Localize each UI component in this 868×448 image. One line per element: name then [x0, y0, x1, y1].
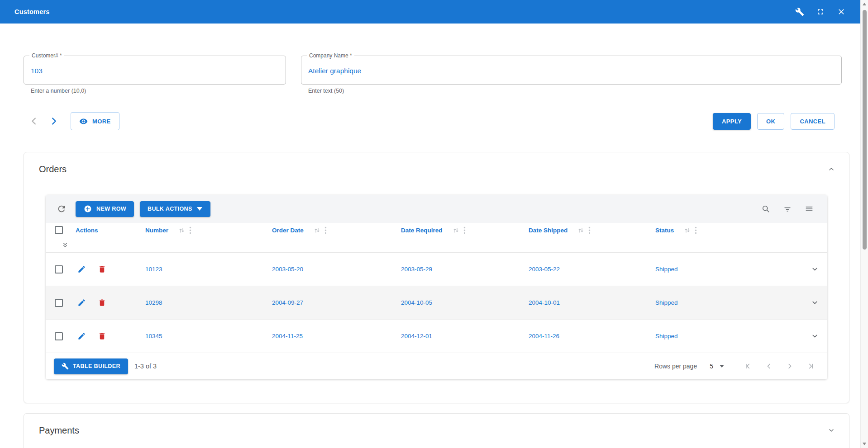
delete-icon[interactable] — [96, 297, 108, 309]
scrollbar-up-icon[interactable] — [863, 3, 866, 5]
cell-order-date[interactable]: 2004-11-25 — [272, 333, 401, 340]
column-header-number[interactable]: Number — [145, 226, 272, 234]
sort-icon[interactable] — [577, 227, 584, 234]
more-button-label: MORE — [92, 118, 111, 125]
apply-button[interactable]: APPLY — [713, 113, 751, 130]
cell-number[interactable]: 10345 — [145, 333, 272, 340]
column-menu-icon[interactable] — [189, 226, 191, 234]
fullscreen-icon[interactable] — [815, 6, 826, 17]
cell-date-required[interactable]: 2004-10-05 — [401, 299, 529, 306]
filter-icon[interactable] — [781, 203, 794, 215]
app-bar: Customers — [0, 0, 860, 24]
row-expand-icon[interactable] — [802, 299, 827, 307]
scrollbar-thumb[interactable] — [863, 10, 867, 250]
row-checkbox[interactable] — [55, 332, 63, 340]
column-header-order-date[interactable]: Order Date — [272, 226, 401, 234]
cell-date-required[interactable]: 2004-12-01 — [401, 333, 529, 340]
company-name-label: Company Name * — [307, 52, 354, 59]
column-menu-icon[interactable] — [695, 226, 697, 234]
cell-status[interactable]: Shipped — [655, 333, 802, 340]
customer-number-field[interactable]: Customer# * 103 Enter a number (10,0) — [24, 56, 286, 85]
row-checkbox[interactable] — [55, 265, 63, 274]
page-title: Customers — [14, 8, 50, 15]
window: Customers Customer# * 103 Enter a number… — [0, 0, 868, 448]
tools-icon[interactable] — [794, 6, 805, 17]
more-button[interactable]: MORE — [71, 112, 119, 130]
orders-table-toolbar: NEW ROW BULK ACTIONS — [46, 195, 827, 223]
payments-expand-button[interactable] — [825, 424, 837, 436]
orders-table-header: Actions Number Order Date — [46, 223, 827, 253]
column-menu-icon[interactable] — [588, 226, 591, 234]
row-expand-icon[interactable] — [802, 265, 827, 273]
select-all-checkbox[interactable] — [55, 226, 63, 234]
close-icon[interactable] — [836, 6, 847, 17]
scrollbar-down-icon[interactable] — [863, 443, 866, 445]
rows-per-page-value[interactable]: 5 — [710, 363, 713, 370]
orders-collapse-button[interactable] — [825, 163, 837, 175]
previous-page-icon[interactable] — [764, 361, 774, 371]
row-expand-icon[interactable] — [802, 332, 827, 340]
cancel-button[interactable]: CANCEL — [791, 113, 835, 130]
cell-number[interactable]: 10123 — [145, 266, 272, 273]
edit-icon[interactable] — [76, 330, 88, 342]
column-header-date-shipped[interactable]: Date Shipped — [529, 226, 655, 234]
next-record-button[interactable] — [47, 114, 61, 128]
cell-status[interactable]: Shipped — [655, 266, 802, 273]
new-row-button-label: NEW ROW — [96, 206, 126, 212]
dropdown-triangle-icon — [196, 207, 203, 211]
cell-date-shipped[interactable]: 2004-10-01 — [529, 299, 655, 306]
edit-icon[interactable] — [76, 297, 88, 309]
sort-icon[interactable] — [178, 227, 185, 234]
cell-number[interactable]: 10298 — [145, 299, 272, 306]
expand-all-icon[interactable] — [55, 241, 76, 249]
edit-icon[interactable] — [76, 263, 88, 275]
cell-date-shipped[interactable]: 2004-11-26 — [529, 333, 655, 340]
new-row-button[interactable]: NEW ROW — [76, 201, 134, 217]
cell-status[interactable]: Shipped — [655, 299, 802, 306]
column-header-actions: Actions — [76, 227, 145, 234]
payments-section: Payments — [24, 413, 849, 448]
sort-icon[interactable] — [684, 227, 691, 234]
vertical-scrollbar[interactable] — [860, 0, 868, 448]
first-page-icon[interactable] — [743, 361, 753, 371]
add-circle-icon — [83, 204, 92, 213]
sort-icon[interactable] — [314, 227, 320, 234]
orders-section-title: Orders — [39, 164, 849, 174]
table-row[interactable]: 10123 2003-05-20 2003-05-29 2003-05-22 S… — [46, 253, 827, 286]
cell-date-required[interactable]: 2003-05-29 — [401, 266, 529, 273]
record-form: Customer# * 103 Enter a number (10,0) Co… — [24, 56, 849, 85]
table-builder-button[interactable]: TABLE BUILDER — [54, 358, 128, 374]
pagination-range: 1-3 of 3 — [134, 363, 157, 370]
company-name-field[interactable]: Company Name * Atelier graphique Enter t… — [301, 56, 842, 85]
column-header-date-required[interactable]: Date Required — [401, 226, 529, 234]
cell-order-date[interactable]: 2003-05-20 — [272, 266, 401, 273]
cell-date-shipped[interactable]: 2003-05-22 — [529, 266, 655, 273]
ok-button[interactable]: OK — [757, 113, 784, 130]
menu-icon[interactable] — [803, 203, 816, 215]
column-menu-icon[interactable] — [463, 226, 466, 234]
customer-number-helper: Enter a number (10,0) — [31, 88, 86, 94]
orders-section: Orders NEW ROW BU — [24, 152, 849, 403]
company-name-value[interactable]: Atelier graphique — [301, 56, 841, 75]
cell-order-date[interactable]: 2004-09-27 — [272, 299, 401, 306]
column-menu-icon[interactable] — [324, 226, 327, 234]
rows-per-page-dropdown-icon[interactable] — [720, 365, 724, 368]
sort-icon[interactable] — [453, 227, 459, 234]
table-row[interactable]: 10345 2004-11-25 2004-12-01 2004-11-26 S… — [46, 320, 827, 353]
refresh-icon[interactable] — [55, 202, 68, 216]
delete-icon[interactable] — [96, 263, 108, 275]
customer-number-value[interactable]: 103 — [24, 56, 286, 75]
search-icon[interactable] — [759, 203, 772, 215]
previous-record-button[interactable] — [27, 114, 41, 128]
row-checkbox[interactable] — [55, 299, 63, 307]
customer-number-label: Customer# * — [29, 52, 64, 59]
orders-table: NEW ROW BULK ACTIONS — [46, 195, 827, 379]
next-page-icon[interactable] — [785, 361, 795, 371]
column-header-status[interactable]: Status — [655, 226, 802, 234]
last-page-icon[interactable] — [806, 361, 816, 371]
delete-icon[interactable] — [96, 330, 108, 342]
table-row[interactable]: 10298 2004-09-27 2004-10-05 2004-10-01 S… — [46, 286, 827, 320]
bulk-actions-button-label: BULK ACTIONS — [148, 206, 192, 212]
bulk-actions-button[interactable]: BULK ACTIONS — [140, 201, 210, 217]
eye-icon — [79, 117, 88, 126]
